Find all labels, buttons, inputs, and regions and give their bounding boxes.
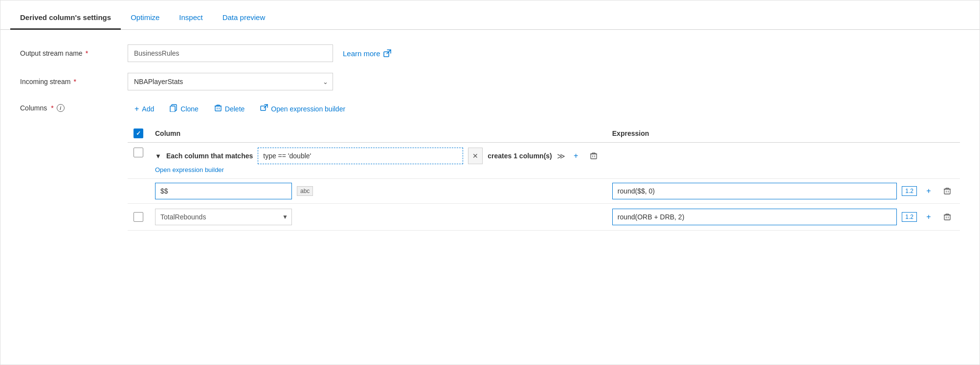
output-stream-label: Output stream name * bbox=[20, 49, 118, 57]
row-checkbox-pattern[interactable] bbox=[134, 148, 143, 157]
open-expression-builder-link[interactable]: Open expression builder bbox=[155, 166, 601, 173]
pattern-cell: ▼ Each column that matches ✕ creates 1 c… bbox=[155, 148, 601, 173]
tab-bar: Derived column's settings Optimize Inspe… bbox=[0, 0, 980, 30]
columns-section-row: Columns * i + Add bbox=[20, 101, 960, 231]
tab-data-preview[interactable]: Data preview bbox=[213, 6, 275, 30]
clear-pattern-button[interactable]: ✕ bbox=[468, 148, 483, 164]
svg-rect-11 bbox=[261, 106, 266, 110]
incoming-stream-select-wrapper: NBAPlayerStats ⌄ bbox=[128, 73, 333, 90]
col-type-badge: abc bbox=[297, 186, 313, 196]
trash-icon bbox=[214, 104, 222, 114]
delete-button[interactable]: Delete bbox=[207, 101, 251, 117]
svg-rect-4 bbox=[215, 106, 221, 111]
creates-label: creates 1 column(s) bbox=[488, 152, 552, 160]
sub-expr-container: 1.2 + bbox=[612, 183, 954, 199]
row-checkbox-normal[interactable] bbox=[134, 212, 143, 222]
incoming-stream-label: Incoming stream * bbox=[20, 78, 118, 86]
pattern-text: Each column that matches bbox=[166, 152, 253, 160]
col-name-dropdown[interactable]: TotalRebounds bbox=[155, 209, 292, 225]
normal-row-checkbox-cell bbox=[128, 204, 149, 231]
output-stream-row: Output stream name * Learn more bbox=[20, 44, 960, 62]
incoming-stream-select[interactable]: NBAPlayerStats bbox=[128, 73, 333, 90]
pattern-row-actions: ≫ + bbox=[557, 149, 601, 163]
columns-table: Column Expression bbox=[128, 125, 960, 231]
normal-row-expr-cell: 1.2 + bbox=[606, 204, 960, 231]
clone-icon bbox=[170, 104, 178, 114]
add-normal-row-button[interactable]: + bbox=[922, 210, 935, 224]
svg-rect-20 bbox=[944, 189, 950, 194]
delete-pattern-button[interactable] bbox=[587, 149, 601, 163]
columns-required-star: * bbox=[51, 104, 53, 112]
sub-type-badge: 1.2 bbox=[902, 186, 917, 196]
checked-box[interactable] bbox=[134, 129, 143, 138]
header-checkbox-col bbox=[128, 125, 149, 143]
sub-row-expr-cell: 1.2 + bbox=[606, 179, 960, 204]
sub-row-pattern-0: abc 1.2 + bbox=[128, 179, 960, 204]
columns-label: Columns * i bbox=[20, 101, 118, 112]
open-expression-builder-button[interactable]: Open expression builder bbox=[253, 101, 352, 117]
total-rebounds-expression-input[interactable] bbox=[612, 209, 897, 225]
svg-rect-3 bbox=[170, 106, 175, 112]
header-expression: Expression bbox=[606, 125, 960, 143]
plus-icon: + bbox=[134, 105, 139, 113]
normal-row-column-cell: TotalRebounds ▼ bbox=[149, 204, 606, 231]
select-all-checkbox[interactable] bbox=[134, 129, 143, 138]
delete-sub-row-button[interactable] bbox=[940, 184, 954, 198]
pattern-expression-input[interactable] bbox=[258, 148, 463, 164]
pattern-expression-cell bbox=[606, 143, 960, 179]
add-sub-row-btn-2[interactable]: + bbox=[922, 184, 935, 198]
normal-expr-container: 1.2 + bbox=[612, 209, 954, 225]
output-required-star: * bbox=[86, 49, 88, 57]
delete-normal-row-button[interactable] bbox=[940, 210, 954, 224]
col-dropdown-wrapper: TotalRebounds ▼ bbox=[155, 209, 292, 225]
sub-row-column-cell: abc bbox=[149, 179, 606, 204]
incoming-stream-row: Incoming stream * NBAPlayerStats ⌄ bbox=[20, 73, 960, 90]
sub-col-name-input[interactable] bbox=[155, 183, 292, 199]
sub-expression-input[interactable] bbox=[612, 183, 897, 199]
incoming-required-star: * bbox=[73, 78, 76, 86]
columns-content: + Add Clone bbox=[128, 101, 960, 231]
expand-icon[interactable]: ≫ bbox=[557, 151, 565, 161]
header-column: Column bbox=[149, 125, 606, 143]
total-rebounds-row: TotalRebounds ▼ 1.2 + bbox=[128, 204, 960, 231]
svg-rect-27 bbox=[944, 215, 950, 220]
main-content: Output stream name * Learn more Incoming… bbox=[0, 30, 980, 256]
learn-more-link[interactable]: Learn more bbox=[343, 49, 391, 58]
pattern-main-row: ▼ Each column that matches ✕ creates 1 c… bbox=[155, 148, 601, 164]
add-sub-row-button[interactable]: + bbox=[569, 149, 583, 163]
tab-derived-settings[interactable]: Derived column's settings bbox=[10, 6, 121, 30]
info-icon: i bbox=[57, 104, 65, 112]
add-button[interactable]: + Add bbox=[128, 102, 161, 116]
sub-row-content: abc bbox=[155, 183, 601, 199]
svg-rect-13 bbox=[591, 154, 597, 159]
table-header-row: Column Expression bbox=[128, 125, 960, 143]
normal-type-badge: 1.2 bbox=[902, 212, 917, 222]
pattern-checkbox-cell bbox=[128, 143, 149, 179]
expression-builder-icon bbox=[260, 104, 268, 114]
tab-inspect[interactable]: Inspect bbox=[169, 6, 212, 30]
toolbar: + Add Clone bbox=[128, 101, 960, 117]
page-container: Derived column's settings Optimize Inspe… bbox=[0, 0, 980, 365]
output-stream-input[interactable] bbox=[128, 44, 333, 62]
external-link-icon bbox=[383, 49, 391, 57]
sub-row-empty-cell bbox=[128, 179, 149, 204]
pattern-row: ▼ Each column that matches ✕ creates 1 c… bbox=[128, 143, 960, 179]
clone-button[interactable]: Clone bbox=[163, 101, 205, 117]
pattern-column-cell: ▼ Each column that matches ✕ creates 1 c… bbox=[149, 143, 606, 179]
tab-optimize[interactable]: Optimize bbox=[121, 6, 169, 30]
collapse-arrow-icon[interactable]: ▼ bbox=[155, 152, 161, 160]
